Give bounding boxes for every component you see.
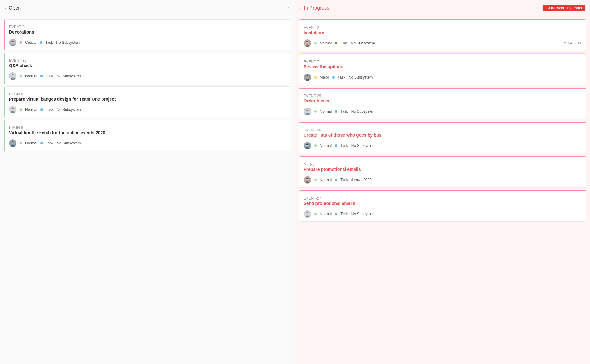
avatar	[304, 74, 311, 81]
card-type: Task	[46, 107, 54, 112]
card-extras: ≡ 1/4 🏷 1	[564, 41, 582, 45]
card-type: Task	[340, 143, 348, 148]
card-1[interactable]: EVENT-7 Review the options Major Task No…	[299, 53, 587, 85]
card-type: Task	[338, 75, 346, 80]
card-1[interactable]: EVENT-32 Q&A check Normal Task No Subsys…	[4, 53, 291, 84]
card-meta: Normal Task No Subsystem	[9, 106, 287, 113]
priority-dot	[314, 76, 317, 79]
open-column-header: ‹ Open 4	[0, 0, 295, 16]
card-subsystem: No Subsystem	[351, 41, 375, 45]
card-title: Send promotional emails	[304, 201, 355, 206]
card-type: Task	[46, 74, 54, 78]
type-dot	[40, 142, 43, 144]
card-id: EVENT-27	[304, 196, 321, 201]
card-title: Prepare virtual badges design for Team O…	[9, 97, 116, 102]
card-meta: Normal Epic No Subsystem ≡ 1/4 🏷 1	[304, 39, 582, 47]
card-priority: Normal	[320, 41, 332, 45]
card-subsystem: No Subsystem	[351, 109, 375, 114]
priority-dot	[314, 42, 317, 44]
type-dot	[335, 144, 337, 147]
card-0[interactable]: EVENT-2 Invitations Normal Epic No Subsy…	[299, 19, 587, 51]
open-column-title: Open	[9, 5, 288, 11]
attachment-count: 🏷 1	[575, 41, 582, 45]
card-3[interactable]: DSGN-8 Virtual booth sketch for the onli…	[4, 120, 291, 151]
checklist-count: ≡ 1/4	[564, 41, 572, 45]
open-column-chevron[interactable]: ‹	[5, 6, 6, 10]
in-progress-column-header: ‹ In Progress 13 de NaN TEC maxi	[295, 0, 590, 16]
card-subsystem: No Subsystem	[57, 141, 81, 145]
card-priority: Normal	[320, 109, 332, 114]
card-title: Decorations	[9, 30, 34, 34]
card-id: DSGN-6	[9, 92, 23, 96]
priority-dot	[314, 110, 317, 113]
card-priority: Normal	[320, 178, 332, 182]
priority-dot	[20, 142, 22, 144]
card-meta: Critical Task No Subsystem	[9, 39, 287, 46]
card-title: Q&A check	[9, 63, 32, 68]
card-title: Review the options	[304, 64, 343, 69]
open-column-body: EVENT-9 Decorations Critical Task No Sub…	[0, 16, 295, 352]
priority-dot	[20, 108, 22, 111]
type-dot	[335, 213, 337, 215]
open-column-count: 4	[288, 6, 290, 11]
card-2[interactable]: EVENT-25 Order buses Normal Task No Subs…	[299, 88, 587, 119]
in-progress-column: ‹ In Progress 13 de NaN TEC maxi EVENT-2…	[295, 0, 590, 364]
avatar	[304, 108, 311, 115]
card-type: Task	[340, 212, 348, 216]
card-id: DSGN-8	[9, 125, 23, 130]
card-title: Invitations	[304, 30, 325, 35]
priority-dot	[314, 179, 317, 181]
type-dot	[40, 75, 43, 77]
type-dot	[335, 179, 337, 181]
card-type: Task	[340, 178, 348, 182]
card-3[interactable]: EVENT-26 Create lists of those who goes …	[299, 122, 587, 153]
avatar	[304, 39, 311, 47]
in-progress-column-chevron[interactable]: ‹	[300, 6, 302, 10]
card-subsystem: No Subsystem	[57, 107, 81, 112]
card-subsystem: No Subsystem	[57, 74, 81, 78]
card-0[interactable]: EVENT-9 Decorations Critical Task No Sub…	[4, 19, 291, 50]
avatar	[9, 39, 16, 46]
avatar	[9, 106, 16, 113]
card-id: MKT-3	[304, 162, 315, 166]
card-subsystem: No Subsystem	[348, 75, 373, 80]
card-meta: Normal Task No Subsystem	[304, 142, 582, 149]
add-card-button[interactable]: +	[0, 352, 12, 364]
card-priority: Critical	[25, 40, 37, 45]
card-title: Create lists of those who goes by bus	[304, 133, 382, 138]
card-meta: Normal Task No Subsystem	[304, 108, 582, 115]
card-id: EVENT-2	[304, 25, 319, 30]
card-title: Prepare promotional emails	[304, 167, 361, 172]
card-priority: Normal	[25, 141, 37, 145]
type-dot	[335, 42, 337, 44]
card-title: Virtual booth sketch for the online even…	[9, 130, 105, 135]
card-meta: Normal Task No Subsystem	[304, 210, 582, 218]
card-type: Task	[45, 40, 53, 45]
card-subsystem: No Subsystem	[351, 212, 375, 216]
card-id: EVENT-32	[9, 58, 27, 63]
priority-dot	[314, 144, 317, 147]
card-2[interactable]: DSGN-6 Prepare virtual badges design for…	[4, 86, 291, 117]
priority-dot	[20, 75, 22, 77]
card-type: Task	[340, 109, 348, 114]
card-id: EVENT-26	[304, 128, 321, 132]
type-dot	[40, 41, 42, 44]
avatar	[9, 139, 16, 147]
card-priority: Normal	[320, 212, 332, 216]
card-type: Task	[46, 141, 54, 145]
card-priority: Normal	[25, 107, 37, 112]
card-meta: Major Task No Subsystem	[304, 74, 582, 81]
card-title: Order buses	[304, 98, 329, 103]
card-subsystem: No Subsystem	[56, 40, 80, 45]
in-progress-column-body: EVENT-2 Invitations Normal Epic No Subsy…	[295, 16, 590, 364]
in-progress-column-badge: 13 de NaN TEC maxi	[543, 5, 585, 11]
type-dot	[332, 76, 335, 79]
card-4[interactable]: MKT-3 Prepare promotional emails Normal …	[299, 156, 587, 188]
card-date: 8 июл. 2020	[351, 178, 372, 182]
open-column: ‹ Open 4 EVENT-9 Decorations Critical Ta…	[0, 0, 295, 364]
in-progress-column-title: In Progress	[304, 5, 543, 11]
type-dot	[40, 108, 43, 111]
type-dot	[335, 110, 337, 113]
card-5[interactable]: EVENT-27 Send promotional emails Normal …	[299, 190, 587, 222]
card-id: EVENT-25	[304, 94, 321, 98]
